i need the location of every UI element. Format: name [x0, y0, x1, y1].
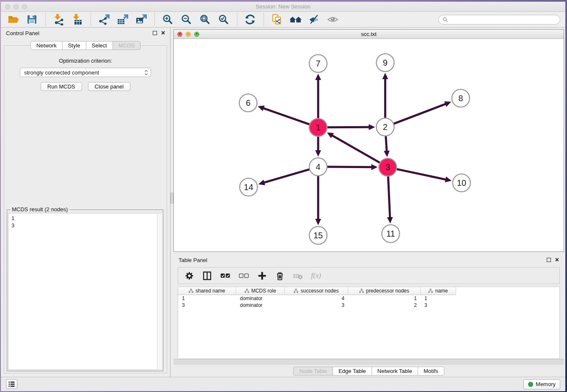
edge-3-11[interactable] — [388, 176, 390, 218]
edge-3-10[interactable] — [396, 169, 446, 179]
run-mcds-button[interactable]: Run MCDS — [41, 82, 82, 91]
delete-row-button[interactable] — [275, 271, 285, 281]
deselect-all-columns-button[interactable] — [239, 271, 249, 281]
panel-divider[interactable] — [170, 28, 173, 377]
table-cell[interactable]: 4 — [285, 295, 348, 301]
table-cell[interactable]: 1 — [348, 295, 421, 301]
column-type-icon — [189, 289, 193, 293]
preview-button[interactable] — [325, 13, 341, 26]
node-label-10: 10 — [457, 178, 466, 188]
table-cell[interactable]: dominator — [236, 302, 285, 308]
toolbar-separator — [45, 13, 46, 26]
mcds-result-text[interactable]: 13 — [8, 213, 162, 370]
tab-network[interactable]: Network — [30, 41, 63, 50]
edge-4-3[interactable] — [327, 167, 372, 167]
import-network-icon — [52, 14, 65, 25]
arrowhead — [371, 164, 377, 170]
zoom-selected-button[interactable] — [216, 13, 231, 26]
float-table-panel-icon[interactable] — [547, 258, 551, 262]
table-bottom-strip — [173, 359, 564, 365]
table-header-row: shared nameMCDS rolesuccessor nodesprede… — [178, 287, 559, 295]
show-hide-panels-button[interactable] — [307, 13, 322, 26]
close-panel-icon[interactable]: × — [161, 31, 165, 35]
export-table-button[interactable] — [115, 13, 130, 26]
edge-2-3[interactable] — [386, 135, 387, 152]
column-header-successor-nodes[interactable]: successor nodes — [285, 287, 348, 295]
network-window-titlebar[interactable]: × − + scc.txt — [174, 30, 564, 39]
result-scrollbar[interactable] — [157, 213, 162, 370]
edge-3-1[interactable] — [332, 135, 380, 163]
float-panel-icon[interactable] — [153, 31, 157, 35]
network-canvas[interactable]: 7968124314101511 — [174, 39, 564, 251]
export-network-button[interactable] — [96, 13, 112, 26]
table-row[interactable]: 1dominator411 — [178, 295, 559, 302]
split-columns-button[interactable] — [202, 271, 212, 281]
mcds-result-group: MCDS result (2 nodes) 13 — [7, 210, 163, 371]
result-line: 3 — [11, 222, 154, 229]
column-header-shared-name[interactable]: shared name — [178, 287, 236, 295]
node-table: shared nameMCDS rolesuccessor nodesprede… — [178, 287, 560, 359]
table-cell[interactable]: 3 — [285, 302, 348, 308]
close-table-panel-icon[interactable]: × — [555, 258, 559, 262]
table-tab-network-table[interactable]: Network Table — [372, 367, 418, 375]
edge-4-14[interactable] — [264, 169, 310, 183]
zoom-fit-button[interactable] — [198, 13, 213, 26]
node-label-6: 6 — [246, 98, 250, 108]
add-row-button[interactable] — [257, 271, 267, 281]
edge-1-6[interactable] — [263, 108, 310, 124]
home-icon — [289, 14, 303, 25]
arrowhead — [384, 151, 390, 157]
tab-style[interactable]: Style — [62, 41, 86, 50]
table-cell[interactable]: dominator — [236, 295, 285, 301]
table-cell[interactable]: 1 — [421, 295, 456, 301]
column-header-MCDS-role[interactable]: MCDS role — [236, 287, 285, 295]
arrowhead — [387, 217, 393, 224]
import-table-button[interactable] — [70, 13, 85, 26]
zoom-out-button[interactable] — [179, 13, 194, 26]
table-settings-button[interactable] — [184, 271, 194, 281]
import-network-button[interactable] — [51, 13, 66, 26]
table-tab-node-table[interactable]: Node Table — [293, 367, 333, 375]
zoom-in-button[interactable] — [160, 13, 176, 26]
column-header-name[interactable]: name — [421, 287, 456, 295]
node-label-15: 15 — [314, 231, 323, 240]
app-titlebar: Session: New Session — [1, 2, 565, 12]
export-image-button[interactable] — [134, 13, 149, 26]
table-cell[interactable]: 1 — [178, 295, 236, 301]
arrowhead — [315, 74, 321, 80]
memory-button[interactable]: Memory — [523, 379, 560, 389]
arrowhead — [369, 124, 375, 130]
table-tab-edge-table[interactable]: Edge Table — [333, 367, 372, 375]
search-input[interactable] — [450, 17, 556, 22]
table-cell[interactable]: 2 — [348, 302, 421, 308]
save-session-button[interactable] — [25, 13, 40, 26]
edge-1-2[interactable] — [327, 127, 370, 127]
table-cell[interactable]: 3 — [421, 302, 456, 308]
task-history-button[interactable] — [6, 379, 17, 389]
export-network-icon — [98, 14, 110, 25]
delete-table-button[interactable] — [293, 271, 303, 281]
open-session-button[interactable] — [6, 13, 21, 26]
tab-select[interactable]: Select — [86, 41, 113, 50]
column-header-predecessor-nodes[interactable]: predecessor nodes — [348, 287, 421, 295]
optimization-criterion-select[interactable]: strongly connected component — [20, 68, 151, 77]
edge-2-8[interactable] — [393, 104, 446, 124]
close-panel-button[interactable]: Close panel — [88, 82, 131, 91]
duplicate-network-button[interactable] — [270, 13, 285, 26]
table-body: 1dominator4113dominator323 — [178, 295, 559, 309]
home-button[interactable] — [288, 13, 303, 26]
node-label-2: 2 — [383, 122, 388, 132]
table-row[interactable]: 3dominator323 — [178, 302, 559, 309]
delete-table-icon — [293, 271, 303, 281]
node-label-8: 8 — [458, 94, 463, 103]
table-tab-motifs[interactable]: Motifs — [418, 367, 444, 375]
node-label-3: 3 — [385, 163, 390, 172]
divider-handle[interactable] — [171, 193, 173, 204]
table-cell[interactable]: 3 — [178, 302, 236, 308]
app-window: Session: New Session — [1, 2, 565, 391]
select-all-columns-button[interactable] — [220, 271, 231, 281]
refresh-button[interactable] — [243, 13, 258, 26]
control-panel: Control Panel × NetworkStyleSelectMCDS O… — [1, 28, 170, 377]
function-builder-button[interactable]: f(x) — [311, 271, 321, 280]
tab-mcds[interactable]: MCDS — [113, 41, 140, 50]
